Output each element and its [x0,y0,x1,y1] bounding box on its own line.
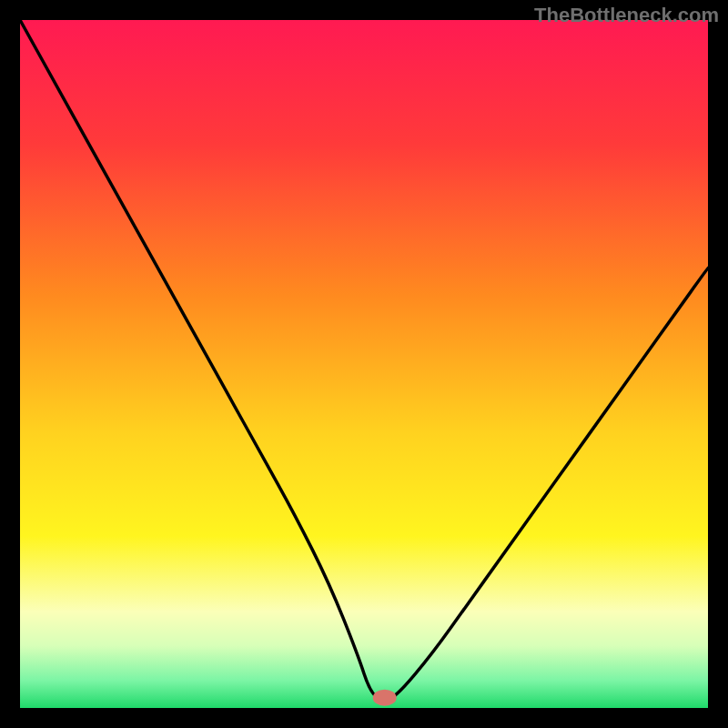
optimum-marker [373,690,397,706]
chart-svg [20,20,708,708]
gradient-background [20,20,708,708]
plot-area [20,20,708,708]
watermark-label: TheBottleneck.com [534,4,719,27]
chart-container: TheBottleneck.com [0,0,728,728]
